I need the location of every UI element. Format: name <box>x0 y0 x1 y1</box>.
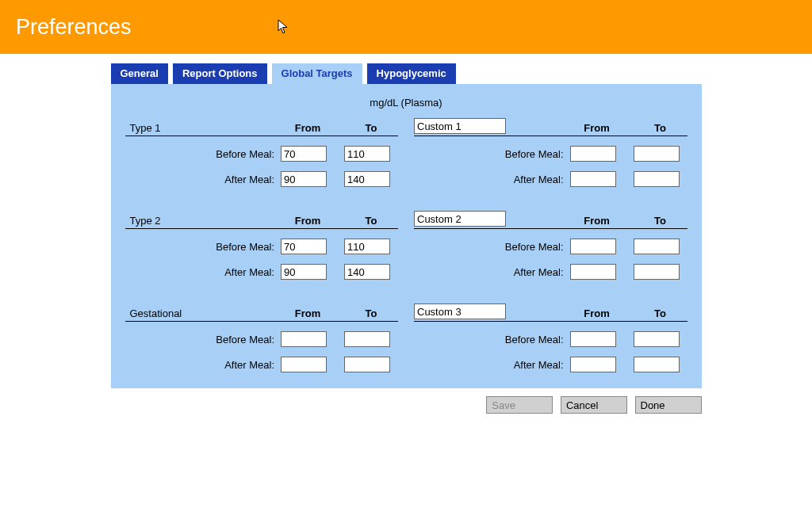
type1-after-from-input[interactable] <box>281 171 327 187</box>
after-meal-label: After Meal: <box>414 359 570 371</box>
header-bar: Preferences <box>0 0 812 54</box>
page-title: Preferences <box>16 15 132 40</box>
before-meal-label: Before Meal: <box>125 241 282 253</box>
type2-after-from-input[interactable] <box>281 264 327 280</box>
after-meal-label: After Meal: <box>414 174 570 185</box>
content-area: General Report Options Global Targets Hy… <box>111 63 702 414</box>
row-before-meal: Before Meal: <box>125 331 399 347</box>
section-header: Type 1 From To <box>125 116 399 136</box>
section-type1: Type 1 From To Before Meal: After Meal: <box>125 116 399 187</box>
row-after-meal: After Meal: <box>414 171 688 187</box>
custom2-before-from-input[interactable] <box>570 239 616 254</box>
col-to: To <box>344 215 398 227</box>
custom3-before-to-input[interactable] <box>634 331 680 347</box>
before-meal-label: Before Meal: <box>125 334 282 345</box>
col-from: From <box>570 122 624 134</box>
section-header: Type 2 From To <box>125 209 399 229</box>
section-name: Gestational <box>125 307 282 319</box>
row-before-meal: Before Meal: <box>414 331 688 347</box>
section-gestational: Gestational From To Before Meal: After M… <box>125 302 399 372</box>
col-to: To <box>634 307 688 319</box>
cursor-icon <box>278 19 289 35</box>
gestational-after-from-input[interactable] <box>281 357 327 372</box>
col-from: From <box>281 122 335 134</box>
type2-before-to-input[interactable] <box>344 239 390 254</box>
type2-after-to-input[interactable] <box>344 264 390 280</box>
tab-hypoglycemic[interactable]: Hypoglycemic <box>367 63 456 84</box>
col-from: From <box>570 307 624 319</box>
col-to: To <box>634 122 688 134</box>
custom1-name-input[interactable] <box>414 118 506 134</box>
type1-before-to-input[interactable] <box>344 146 390 162</box>
type1-after-to-input[interactable] <box>344 171 390 187</box>
gestational-before-from-input[interactable] <box>281 331 327 347</box>
col-from: From <box>570 215 624 227</box>
gestational-before-to-input[interactable] <box>344 331 390 347</box>
after-meal-label: After Meal: <box>414 266 570 278</box>
global-targets-panel: mg/dL (Plasma) Type 1 From To Before Mea… <box>111 84 702 388</box>
row-before-meal: Before Meal: <box>125 146 399 162</box>
before-meal-label: Before Meal: <box>414 148 570 160</box>
custom2-after-from-input[interactable] <box>570 264 616 280</box>
tab-general[interactable]: General <box>111 63 168 84</box>
custom1-before-from-input[interactable] <box>570 146 616 162</box>
row-before-meal: Before Meal: <box>414 146 688 162</box>
row-before-meal: Before Meal: <box>125 239 399 254</box>
cancel-button[interactable]: Cancel <box>561 396 627 414</box>
section-header: From To <box>414 302 688 322</box>
section-header: From To <box>414 209 688 229</box>
section-custom3: From To Before Meal: After Meal: <box>414 302 688 372</box>
section-custom2: From To Before Meal: After Meal: <box>414 209 688 280</box>
tab-global-targets[interactable]: Global Targets <box>272 63 362 84</box>
row-after-meal: After Meal: <box>125 264 399 280</box>
row-before-meal: Before Meal: <box>414 239 688 254</box>
unit-label: mg/dL (Plasma) <box>125 97 688 109</box>
section-name: Type 2 <box>125 215 282 227</box>
section-type2: Type 2 From To Before Meal: After Meal: <box>125 209 399 280</box>
custom1-after-to-input[interactable] <box>634 171 680 187</box>
col-from: From <box>281 215 335 227</box>
col-to: To <box>344 122 398 134</box>
type2-before-from-input[interactable] <box>281 239 327 254</box>
before-meal-label: Before Meal: <box>414 334 570 345</box>
tab-bar: General Report Options Global Targets Hy… <box>111 63 702 84</box>
tab-report-options[interactable]: Report Options <box>173 63 267 84</box>
custom3-before-from-input[interactable] <box>570 331 616 347</box>
custom1-after-from-input[interactable] <box>570 171 616 187</box>
row-after-meal: After Meal: <box>414 357 688 372</box>
section-header: Gestational From To <box>125 302 399 322</box>
custom3-after-from-input[interactable] <box>570 357 616 372</box>
before-meal-label: Before Meal: <box>125 148 282 160</box>
save-button[interactable]: Save <box>486 396 553 414</box>
footer-buttons: Save Cancel Done <box>111 396 702 414</box>
after-meal-label: After Meal: <box>125 174 282 185</box>
after-meal-label: After Meal: <box>125 266 282 278</box>
targets-grid: Type 1 From To Before Meal: After Meal: <box>125 116 688 372</box>
custom3-name-input[interactable] <box>414 303 506 319</box>
after-meal-label: After Meal: <box>125 359 282 371</box>
type1-before-from-input[interactable] <box>281 146 327 162</box>
done-button[interactable]: Done <box>635 396 702 414</box>
row-after-meal: After Meal: <box>414 264 688 280</box>
before-meal-label: Before Meal: <box>414 241 570 253</box>
section-name: Type 1 <box>125 122 282 134</box>
section-custom1: From To Before Meal: After Meal: <box>414 116 688 187</box>
custom1-before-to-input[interactable] <box>634 146 680 162</box>
col-to: To <box>344 307 398 319</box>
gestational-after-to-input[interactable] <box>344 357 390 372</box>
row-after-meal: After Meal: <box>125 171 399 187</box>
col-to: To <box>634 215 688 227</box>
custom3-after-to-input[interactable] <box>634 357 680 372</box>
row-after-meal: After Meal: <box>125 357 399 372</box>
custom2-name-input[interactable] <box>414 211 506 227</box>
custom2-before-to-input[interactable] <box>634 239 680 254</box>
custom2-after-to-input[interactable] <box>634 264 680 280</box>
col-from: From <box>281 307 335 319</box>
section-header: From To <box>414 116 688 136</box>
